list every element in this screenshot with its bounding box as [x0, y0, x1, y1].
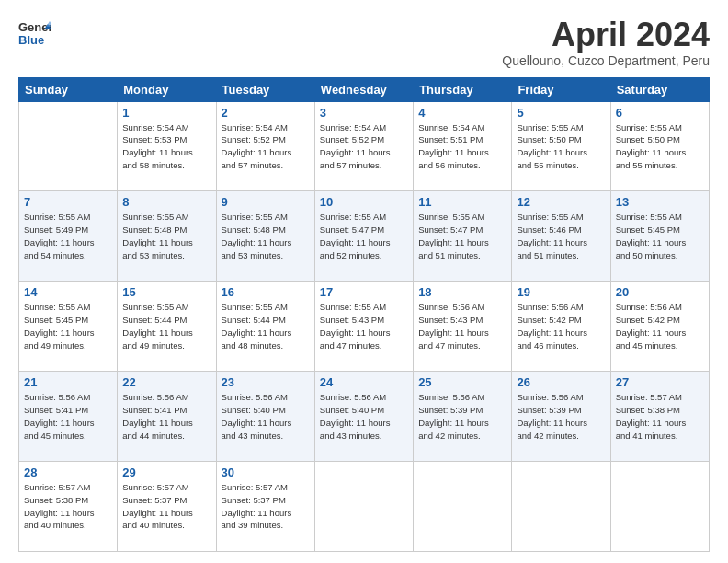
day-info: Sunrise: 5:57 AMSunset: 5:37 PMDaylight:…	[222, 481, 310, 532]
day-cell: 12Sunrise: 5:55 AMSunset: 5:46 PMDayligh…	[512, 191, 610, 282]
day-number: 30	[222, 465, 310, 479]
day-info: Sunrise: 5:56 AMSunset: 5:42 PMDaylight:…	[616, 301, 704, 351]
day-info: Sunrise: 5:55 AMSunset: 5:49 PMDaylight:…	[24, 211, 112, 261]
day-number: 22	[122, 375, 210, 389]
day-info: Sunrise: 5:55 AMSunset: 5:47 PMDaylight:…	[320, 211, 408, 261]
day-cell: 26Sunrise: 5:56 AMSunset: 5:39 PMDayligh…	[512, 372, 610, 462]
day-cell: 29Sunrise: 5:57 AMSunset: 5:37 PMDayligh…	[118, 462, 216, 552]
day-cell: 5Sunrise: 5:55 AMSunset: 5:50 PMDaylight…	[512, 101, 610, 191]
day-number: 21	[24, 375, 112, 389]
day-info: Sunrise: 5:55 AMSunset: 5:48 PMDaylight:…	[122, 211, 210, 261]
day-number: 28	[24, 465, 112, 479]
day-info: Sunrise: 5:57 AMSunset: 5:37 PMDaylight:…	[122, 481, 210, 532]
day-info: Sunrise: 5:54 AMSunset: 5:52 PMDaylight:…	[222, 121, 310, 172]
col-header-wednesday: Wednesday	[314, 77, 413, 101]
day-info: Sunrise: 5:55 AMSunset: 5:45 PMDaylight:…	[24, 301, 112, 351]
day-number: 23	[222, 375, 310, 389]
day-number: 11	[418, 195, 506, 209]
day-info: Sunrise: 5:55 AMSunset: 5:44 PMDaylight:…	[222, 301, 310, 351]
day-number: 4	[418, 106, 506, 120]
day-info: Sunrise: 5:56 AMSunset: 5:41 PMDaylight:…	[122, 391, 210, 442]
day-info: Sunrise: 5:55 AMSunset: 5:44 PMDaylight:…	[122, 301, 210, 351]
day-cell: 7Sunrise: 5:55 AMSunset: 5:49 PMDaylight…	[19, 191, 118, 282]
day-number: 5	[517, 106, 605, 120]
logo-icon: General Blue	[18, 17, 51, 50]
day-cell: 6Sunrise: 5:55 AMSunset: 5:50 PMDaylight…	[610, 101, 709, 191]
day-info: Sunrise: 5:54 AMSunset: 5:52 PMDaylight:…	[320, 121, 408, 172]
day-number: 12	[517, 195, 605, 209]
day-info: Sunrise: 5:55 AMSunset: 5:47 PMDaylight:…	[418, 211, 506, 261]
day-info: Sunrise: 5:55 AMSunset: 5:50 PMDaylight:…	[616, 121, 704, 172]
day-number: 16	[222, 285, 310, 299]
day-info: Sunrise: 5:55 AMSunset: 5:46 PMDaylight:…	[517, 211, 605, 261]
day-number: 25	[418, 375, 506, 389]
day-number: 27	[616, 375, 704, 389]
day-number: 24	[320, 375, 408, 389]
header-right: April 2024 Quellouno, Cuzco Department, …	[502, 17, 710, 68]
day-cell: 14Sunrise: 5:55 AMSunset: 5:45 PMDayligh…	[19, 282, 118, 372]
month-title: April 2024	[502, 17, 710, 53]
day-number: 19	[517, 285, 605, 299]
day-number: 18	[418, 285, 506, 299]
day-cell: 20Sunrise: 5:56 AMSunset: 5:42 PMDayligh…	[610, 282, 709, 372]
day-cell: 27Sunrise: 5:57 AMSunset: 5:38 PMDayligh…	[610, 372, 709, 462]
day-info: Sunrise: 5:55 AMSunset: 5:43 PMDaylight:…	[320, 301, 408, 351]
day-cell: 30Sunrise: 5:57 AMSunset: 5:37 PMDayligh…	[216, 462, 314, 552]
day-info: Sunrise: 5:56 AMSunset: 5:42 PMDaylight:…	[517, 301, 605, 351]
day-info: Sunrise: 5:55 AMSunset: 5:45 PMDaylight:…	[616, 211, 704, 261]
col-header-saturday: Saturday	[610, 77, 709, 101]
svg-text:Blue: Blue	[18, 33, 44, 47]
day-number: 3	[320, 106, 408, 120]
day-cell	[512, 462, 610, 552]
day-cell: 9Sunrise: 5:55 AMSunset: 5:48 PMDaylight…	[216, 191, 314, 282]
day-info: Sunrise: 5:56 AMSunset: 5:39 PMDaylight:…	[517, 391, 605, 442]
day-cell: 4Sunrise: 5:54 AMSunset: 5:51 PMDaylight…	[414, 101, 512, 191]
location: Quellouno, Cuzco Department, Peru	[502, 53, 710, 68]
day-info: Sunrise: 5:54 AMSunset: 5:53 PMDaylight:…	[122, 121, 210, 172]
day-number: 9	[222, 195, 310, 209]
day-info: Sunrise: 5:54 AMSunset: 5:51 PMDaylight:…	[418, 121, 506, 172]
day-cell: 16Sunrise: 5:55 AMSunset: 5:44 PMDayligh…	[216, 282, 314, 372]
day-number: 29	[122, 465, 210, 479]
day-info: Sunrise: 5:55 AMSunset: 5:48 PMDaylight:…	[222, 211, 310, 261]
col-header-friday: Friday	[512, 77, 610, 101]
day-cell: 13Sunrise: 5:55 AMSunset: 5:45 PMDayligh…	[610, 191, 709, 282]
week-row-1: 1Sunrise: 5:54 AMSunset: 5:53 PMDaylight…	[19, 101, 710, 191]
header-row: SundayMondayTuesdayWednesdayThursdayFrid…	[19, 77, 710, 101]
week-row-5: 28Sunrise: 5:57 AMSunset: 5:38 PMDayligh…	[19, 462, 710, 552]
day-cell	[19, 101, 118, 191]
day-number: 20	[616, 285, 704, 299]
day-number: 8	[122, 195, 210, 209]
day-number: 13	[616, 195, 704, 209]
day-cell: 28Sunrise: 5:57 AMSunset: 5:38 PMDayligh…	[19, 462, 118, 552]
col-header-thursday: Thursday	[414, 77, 512, 101]
day-number: 1	[122, 106, 210, 120]
day-info: Sunrise: 5:57 AMSunset: 5:38 PMDaylight:…	[616, 391, 704, 442]
day-number: 15	[122, 285, 210, 299]
day-cell: 11Sunrise: 5:55 AMSunset: 5:47 PMDayligh…	[414, 191, 512, 282]
calendar-table: SundayMondayTuesdayWednesdayThursdayFrid…	[18, 77, 710, 552]
day-cell: 25Sunrise: 5:56 AMSunset: 5:39 PMDayligh…	[414, 372, 512, 462]
day-number: 7	[24, 195, 112, 209]
day-cell	[414, 462, 512, 552]
day-info: Sunrise: 5:56 AMSunset: 5:43 PMDaylight:…	[418, 301, 506, 351]
day-info: Sunrise: 5:56 AMSunset: 5:40 PMDaylight:…	[222, 391, 310, 442]
day-info: Sunrise: 5:57 AMSunset: 5:38 PMDaylight:…	[24, 481, 112, 532]
day-cell	[314, 462, 413, 552]
day-cell: 23Sunrise: 5:56 AMSunset: 5:40 PMDayligh…	[216, 372, 314, 462]
day-number: 10	[320, 195, 408, 209]
day-cell: 3Sunrise: 5:54 AMSunset: 5:52 PMDaylight…	[314, 101, 413, 191]
day-number: 14	[24, 285, 112, 299]
page: General Blue April 2024 Quellouno, Cuzco…	[0, 0, 728, 563]
day-cell: 18Sunrise: 5:56 AMSunset: 5:43 PMDayligh…	[414, 282, 512, 372]
day-info: Sunrise: 5:56 AMSunset: 5:39 PMDaylight:…	[418, 391, 506, 442]
week-row-4: 21Sunrise: 5:56 AMSunset: 5:41 PMDayligh…	[19, 372, 710, 462]
day-number: 2	[222, 106, 310, 120]
day-number: 17	[320, 285, 408, 299]
day-cell: 19Sunrise: 5:56 AMSunset: 5:42 PMDayligh…	[512, 282, 610, 372]
logo: General Blue	[18, 17, 51, 50]
day-info: Sunrise: 5:56 AMSunset: 5:41 PMDaylight:…	[24, 391, 112, 442]
day-cell: 24Sunrise: 5:56 AMSunset: 5:40 PMDayligh…	[314, 372, 413, 462]
header: General Blue April 2024 Quellouno, Cuzco…	[18, 17, 710, 68]
week-row-2: 7Sunrise: 5:55 AMSunset: 5:49 PMDaylight…	[19, 191, 710, 282]
